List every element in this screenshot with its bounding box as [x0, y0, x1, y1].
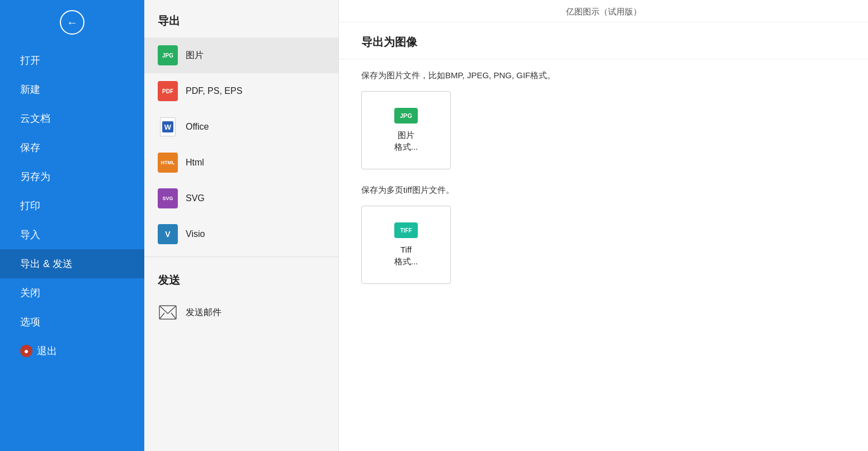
- content-body: 保存为图片文件，比如BMP, JPEG, PNG, GIF格式。 JPG 图片 …: [339, 59, 868, 311]
- sidebar-item-export[interactable]: 导出 & 发送: [0, 249, 144, 278]
- sidebar-item-open[interactable]: 打开: [0, 46, 144, 75]
- menu-label-email: 发送邮件: [186, 307, 221, 319]
- sidebar-item-save[interactable]: 保存: [0, 133, 144, 162]
- format-cards-row1: JPG 图片 格式...: [361, 91, 846, 169]
- menu-label-svg: SVG: [186, 193, 205, 203]
- send-section-title: 发送: [144, 262, 338, 296]
- office-icon: W: [158, 117, 178, 137]
- desc1: 保存为图片文件，比如BMP, JPEG, PNG, GIF格式。: [361, 70, 846, 81]
- sidebar-item-options[interactable]: 选项: [0, 307, 144, 336]
- back-button[interactable]: ←: [0, 0, 144, 40]
- sidebar-item-exit[interactable]: ● 退出: [0, 336, 144, 365]
- jpg-format-card[interactable]: JPG 图片 格式...: [361, 91, 451, 169]
- svg-icon: SVG: [158, 188, 178, 208]
- app-title: 亿图图示（试用版）: [339, 0, 868, 22]
- jpg-icon: JPG: [158, 45, 178, 65]
- menu-label-pdf: PDF, PS, EPS: [186, 86, 242, 96]
- svg-line-1: [159, 313, 164, 319]
- menu-label-visio: Visio: [186, 229, 205, 239]
- visio-icon: V: [158, 224, 178, 244]
- tiff-format-card[interactable]: TIFF Tiff 格式...: [361, 206, 451, 284]
- menu-item-svg[interactable]: SVG SVG: [144, 181, 338, 216]
- sidebar-item-close[interactable]: 关闭: [0, 278, 144, 307]
- menu-item-visio[interactable]: V Visio: [144, 216, 338, 252]
- sidebar: ← 打开 新建 云文档 保存 另存为 打印 导入 导出 & 发送 关闭 选项 ●…: [0, 0, 144, 451]
- email-icon: [158, 302, 178, 322]
- html-icon: HTML: [158, 153, 178, 173]
- section-divider: [144, 257, 338, 257]
- export-section-title: 导出: [144, 0, 338, 37]
- sidebar-item-import[interactable]: 导入: [0, 220, 144, 249]
- menu-label-html: Html: [186, 158, 204, 168]
- back-circle[interactable]: ←: [60, 10, 84, 35]
- sidebar-item-new[interactable]: 新建: [0, 75, 144, 104]
- sidebar-item-saveas[interactable]: 另存为: [0, 162, 144, 191]
- pdf-icon: PDF: [158, 81, 178, 101]
- tiff-card-label: Tiff 格式...: [394, 244, 418, 267]
- menu-item-html[interactable]: HTML Html: [144, 145, 338, 181]
- sidebar-item-cloud[interactable]: 云文档: [0, 104, 144, 133]
- back-arrow-icon: ←: [67, 17, 78, 28]
- format-cards-row2: TIFF Tiff 格式...: [361, 206, 846, 284]
- exit-label: 退出: [37, 344, 57, 358]
- menu-label-office: Office: [186, 122, 209, 132]
- desc2: 保存为多页tiff图片文件。: [361, 185, 846, 196]
- exit-icon: ●: [20, 345, 32, 357]
- right-panel: 亿图图示（试用版） 导出为图像 保存为图片文件，比如BMP, JPEG, PNG…: [339, 0, 868, 451]
- sidebar-item-print[interactable]: 打印: [0, 191, 144, 220]
- menu-item-image[interactable]: JPG 图片: [144, 37, 338, 73]
- content-section-title: 导出为图像: [339, 22, 868, 59]
- menu-item-office[interactable]: W Office: [144, 109, 338, 145]
- jpg-card-label: 图片 格式...: [394, 129, 418, 153]
- svg-line-2: [171, 313, 176, 319]
- menu-item-pdf[interactable]: PDF PDF, PS, EPS: [144, 73, 338, 109]
- menu-item-email[interactable]: 发送邮件: [144, 296, 338, 329]
- menu-label-image: 图片: [186, 50, 204, 61]
- sidebar-nav: 打开 新建 云文档 保存 另存为 打印 导入 导出 & 发送 关闭 选项 ● 退…: [0, 46, 144, 451]
- middle-panel: 导出 JPG 图片 PDF PDF, PS, EPS W Office HTML…: [144, 0, 339, 451]
- tiff-badge: TIFF: [394, 222, 418, 238]
- jpg-badge: JPG: [394, 108, 418, 124]
